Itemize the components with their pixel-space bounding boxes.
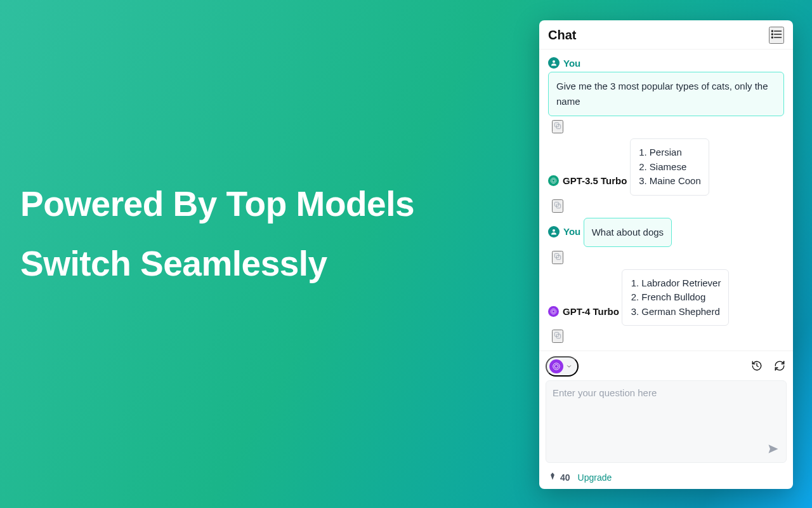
copy-icon [553,332,562,342]
copy-button[interactable] [552,330,563,343]
message-user: You Give me the 3 most popular types of … [548,57,784,133]
sender-name: You [563,226,580,237]
message-user: You What about dogs [548,218,784,264]
svg-point-21 [553,363,560,370]
chat-header: Chat [539,20,793,50]
chevron-down-icon [566,362,572,371]
user-avatar-icon [548,226,560,237]
svg-point-3 [772,30,773,32]
list-item: Siamese [650,160,701,175]
user-message-bubble: Give me the 3 most popular types of cats… [548,72,784,116]
send-icon [767,448,780,457]
sender-row: You [548,57,580,69]
list-item: Persian [650,145,701,160]
sender-name: GPT-4 Turbo [563,306,619,317]
list-item: Labrador Retriever [641,276,721,291]
svg-point-13 [553,229,555,232]
message-assistant: GPT-3.5 Turbo Persian Siamese Maine Coon [548,138,784,213]
svg-point-9 [552,179,555,182]
copy-icon [553,202,562,211]
sender-name: GPT-3.5 Turbo [563,175,627,186]
user-avatar-icon [548,57,560,69]
refresh-icon [774,364,785,373]
svg-point-6 [553,60,555,63]
composer [539,351,793,467]
svg-point-10 [551,178,556,183]
copy-button[interactable] [552,199,563,213]
sender-row: You [548,226,580,237]
sender-name: You [563,58,580,69]
svg-point-4 [772,34,773,35]
chat-menu-button[interactable] [769,27,784,44]
user-message-bubble: What about dogs [584,218,672,247]
regenerate-button[interactable] [773,359,787,375]
model-badge-icon [548,175,559,186]
hero-text: Powered By Top Models Switch Seamlessly [20,175,414,293]
copy-button[interactable] [552,120,563,133]
assistant-message-bubble: Persian Siamese Maine Coon [630,138,709,196]
diamond-icon [548,472,557,483]
history-button[interactable] [750,359,764,375]
list-item: German Shepherd [641,305,721,319]
upgrade-link[interactable]: Upgrade [578,472,612,483]
message-assistant: GPT-4 Turbo Labrador Retriever French Bu… [548,269,784,344]
chat-panel: Chat You Give me the 3 most popular type… [539,20,793,489]
model-badge-icon [548,306,559,317]
list-item: Maine Coon [650,174,701,189]
hero-line-1: Powered By Top Models [20,184,414,224]
svg-point-16 [552,310,555,313]
copy-icon [553,123,562,132]
sender-row: GPT-3.5 Turbo [548,175,627,186]
model-selector-badge-icon [549,359,563,373]
list-item: French Bulldog [641,290,721,305]
assistant-list: Labrador Retriever French Bulldog German… [630,276,721,319]
copy-icon [553,253,562,263]
footer-bar: 40 Upgrade [539,467,793,489]
credits-display: 40 [548,472,570,483]
sender-row: GPT-4 Turbo [548,306,619,317]
hero-line-2: Switch Seamlessly [20,244,327,283]
composer-toolbar [546,356,787,377]
svg-point-5 [772,37,773,38]
chat-title: Chat [548,28,576,43]
assistant-message-bubble: Labrador Retriever French Bulldog German… [622,269,729,326]
send-button[interactable] [767,443,780,457]
composer-input[interactable] [553,387,780,444]
composer-input-wrap [546,380,787,463]
copy-button[interactable] [552,251,563,264]
svg-point-17 [551,309,556,314]
model-selector[interactable] [546,356,579,377]
assistant-list: Persian Siamese Maine Coon [638,145,701,189]
credits-count: 40 [560,472,570,483]
history-icon [751,364,763,373]
chat-messages: You Give me the 3 most popular types of … [539,50,793,351]
svg-point-20 [554,364,558,368]
list-icon [770,33,783,43]
